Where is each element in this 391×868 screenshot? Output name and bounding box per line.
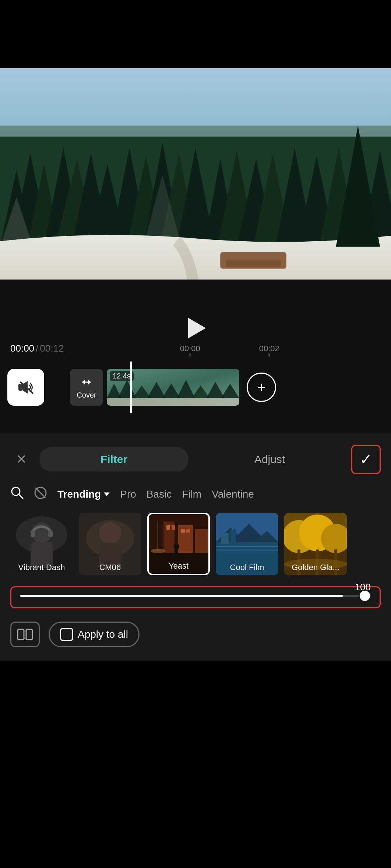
- timeline-area: 00:00 / 00:12 00:00 00:02: [0, 280, 391, 434]
- apply-all-label: Apply to all: [78, 629, 128, 640]
- search-button[interactable]: [10, 486, 24, 502]
- filter-label-golden-gla: Golden Gla...: [284, 563, 347, 572]
- svg-rect-65: [172, 525, 175, 530]
- tab-adjust[interactable]: Adjust: [196, 447, 344, 472]
- time-divider: /: [36, 343, 38, 354]
- svg-point-69: [151, 549, 165, 553]
- svg-line-46: [19, 494, 23, 498]
- plus-icon: +: [257, 379, 265, 396]
- apply-all-checkbox[interactable]: [60, 628, 73, 641]
- filter-thumb-yeast: Yeast: [147, 513, 210, 575]
- no-filter-button[interactable]: [34, 486, 47, 502]
- audio-button[interactable]: [7, 369, 44, 406]
- filter-label-vibrant-dash: Vibrant Dash: [10, 563, 73, 572]
- confirm-button[interactable]: ✓: [351, 445, 381, 474]
- category-film[interactable]: Film: [182, 488, 201, 500]
- chevron-down-icon: [104, 492, 110, 496]
- intensity-track: [20, 595, 371, 597]
- close-icon: ✕: [16, 452, 27, 467]
- trending-label: Trending: [57, 488, 101, 500]
- svg-rect-92: [26, 629, 32, 640]
- svg-rect-25: [226, 260, 281, 267]
- svg-rect-71: [175, 549, 178, 557]
- svg-rect-54: [48, 530, 53, 537]
- video-thumbnail-strip: 12.4s: [107, 369, 239, 406]
- close-button[interactable]: ✕: [10, 448, 32, 470]
- filter-thumb-golden-gla: Golden Gla...: [284, 513, 347, 575]
- svg-rect-67: [186, 529, 190, 533]
- filter-thumb-vibrant-dash: Vibrant Dash: [10, 513, 73, 575]
- svg-marker-33: [88, 380, 91, 385]
- tab-filter[interactable]: Filter: [40, 447, 188, 472]
- filter-header: ✕ Filter Adjust ✓: [0, 434, 391, 481]
- svg-rect-66: [181, 529, 185, 533]
- filter-panel: ✕ Filter Adjust ✓ Trending Pro Basic Fil…: [0, 434, 391, 661]
- filter-item-yeast[interactable]: Yeast: [147, 513, 210, 575]
- filter-thumbnails-list: Vibrant Dash CM06: [0, 507, 391, 583]
- svg-rect-44: [107, 398, 239, 406]
- svg-point-70: [173, 544, 179, 549]
- svg-rect-53: [31, 530, 35, 537]
- top-bar: [0, 0, 391, 68]
- svg-rect-63: [195, 529, 208, 553]
- svg-rect-64: [166, 525, 170, 530]
- cover-label: Cover: [77, 391, 96, 399]
- svg-point-57: [99, 522, 121, 544]
- video-preview: [0, 68, 391, 280]
- filter-item-cool-film[interactable]: Cool Film: [216, 513, 278, 575]
- play-icon: [188, 318, 206, 338]
- svg-rect-79: [230, 529, 236, 544]
- category-basic[interactable]: Basic: [147, 488, 172, 500]
- category-pro[interactable]: Pro: [120, 488, 136, 500]
- svg-line-48: [36, 488, 45, 498]
- svg-marker-32: [82, 380, 85, 385]
- trending-dropdown[interactable]: Trending: [57, 488, 110, 500]
- filter-item-vibrant-dash[interactable]: Vibrant Dash: [10, 513, 73, 575]
- apply-to-all-button[interactable]: Apply to all: [49, 622, 140, 647]
- cover-button[interactable]: Cover: [70, 369, 103, 406]
- filter-thumb-cool-film: Cool Film: [216, 513, 278, 575]
- current-time: 00:00: [10, 343, 34, 354]
- svg-rect-80: [216, 546, 278, 547]
- marker-2: 00:02: [259, 344, 279, 353]
- filter-label-cool-film: Cool Film: [216, 563, 278, 572]
- marker-1: 00:00: [180, 344, 200, 353]
- add-clip-button[interactable]: +: [247, 373, 276, 402]
- svg-rect-29: [18, 384, 23, 391]
- split-button[interactable]: [10, 622, 40, 647]
- intensity-slider-container: 100: [10, 586, 381, 608]
- bottom-action-bar: Apply to all: [0, 616, 391, 653]
- intensity-fill: [20, 595, 343, 597]
- total-time: 00:12: [40, 343, 64, 354]
- svg-rect-81: [216, 549, 278, 551]
- category-bar: Trending Pro Basic Film Valentine: [0, 481, 391, 507]
- time-display: 00:00 / 00:12 00:00 00:02: [0, 343, 391, 354]
- filter-item-cm06[interactable]: CM06: [79, 513, 141, 575]
- confirm-icon: ✓: [360, 451, 372, 468]
- svg-rect-91: [18, 629, 24, 640]
- play-button[interactable]: [184, 316, 207, 340]
- filter-item-golden-gla[interactable]: Golden Gla...: [284, 513, 347, 575]
- filter-label-yeast: Yeast: [149, 561, 208, 571]
- svg-rect-62: [178, 525, 193, 553]
- filter-thumb-cm06: CM06: [79, 513, 141, 575]
- time-markers: 00:00 00:02: [78, 344, 381, 353]
- timeline-cursor: [130, 362, 132, 413]
- intensity-thumb[interactable]: [360, 591, 370, 601]
- filter-label-cm06: CM06: [79, 563, 141, 572]
- svg-rect-78: [221, 533, 229, 544]
- category-valentine[interactable]: Valentine: [212, 488, 254, 500]
- timeline-strip: Cover 12.4s: [0, 362, 391, 413]
